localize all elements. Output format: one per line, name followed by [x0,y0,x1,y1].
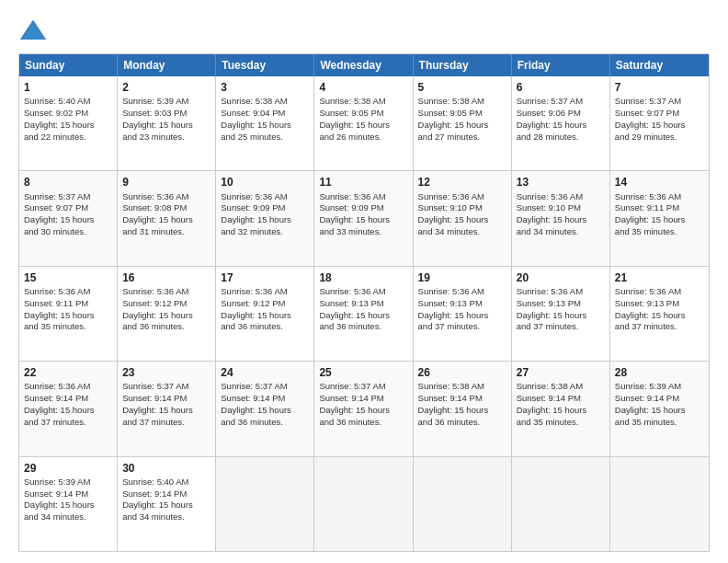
day-info-line: Sunset: 9:14 PM [517,393,605,405]
day-info-line: and 36 minutes. [319,321,407,333]
day-info-line: Sunrise: 5:36 AM [418,286,506,298]
day-number: 27 [517,365,605,380]
day-info-line: Daylight: 15 hours [418,310,506,322]
day-cell-11: 11Sunrise: 5:36 AMSunset: 9:09 PMDayligh… [314,171,413,265]
day-info-line: and 37 minutes. [517,321,605,333]
day-info-line: and 34 minutes. [517,226,605,238]
empty-cell [610,457,709,551]
empty-cell [216,457,314,551]
day-number: 8 [24,175,112,190]
calendar-week-2: 8Sunrise: 5:37 AMSunset: 9:07 PMDaylight… [19,171,709,266]
day-number: 10 [221,175,309,190]
day-info-line: Sunset: 9:14 PM [24,488,112,500]
day-info-line: Sunrise: 5:39 AM [24,477,112,488]
day-info-line: and 28 minutes. [517,132,605,144]
day-info-line: Sunrise: 5:40 AM [122,477,210,488]
day-info-line: and 35 minutes. [615,417,704,429]
day-info-line: Sunrise: 5:38 AM [221,96,309,108]
day-info-line: Daylight: 15 hours [517,120,605,132]
day-cell-10: 10Sunrise: 5:36 AMSunset: 9:09 PMDayligh… [216,171,314,265]
day-info-line: Daylight: 15 hours [615,405,704,417]
day-info-line: Daylight: 15 hours [122,120,210,132]
day-info-line: Daylight: 15 hours [122,405,210,417]
day-info-line: Sunrise: 5:37 AM [24,191,112,203]
day-cell-13: 13Sunrise: 5:36 AMSunset: 9:10 PMDayligh… [512,171,610,265]
day-info-line: Daylight: 15 hours [319,405,407,417]
header-day-thursday: Thursday [414,54,512,76]
day-cell-16: 16Sunrise: 5:36 AMSunset: 9:12 PMDayligh… [118,267,216,361]
header-day-saturday: Saturday [610,54,709,76]
day-info-line: Daylight: 15 hours [24,310,112,322]
day-info-line: Sunrise: 5:36 AM [319,191,407,203]
day-info-line: Sunset: 9:14 PM [122,393,210,405]
day-info-line: and 36 minutes. [418,417,506,429]
day-info-line: and 34 minutes. [122,511,210,523]
day-cell-26: 26Sunrise: 5:38 AMSunset: 9:14 PMDayligh… [414,362,512,455]
day-info-line: Sunset: 9:14 PM [122,488,210,500]
day-info-line: Sunset: 9:06 PM [517,108,605,120]
empty-cell [314,457,413,551]
day-number: 26 [418,365,506,380]
day-cell-17: 17Sunrise: 5:36 AMSunset: 9:12 PMDayligh… [216,267,314,361]
day-info-line: and 35 minutes. [615,226,704,238]
day-cell-23: 23Sunrise: 5:37 AMSunset: 9:14 PMDayligh… [118,362,216,455]
day-info-line: and 37 minutes. [24,417,112,429]
day-cell-12: 12Sunrise: 5:36 AMSunset: 9:10 PMDayligh… [414,171,512,265]
day-number: 4 [319,80,407,95]
header-day-wednesday: Wednesday [314,54,413,76]
day-info-line: Sunrise: 5:36 AM [24,286,112,298]
day-cell-2: 2Sunrise: 5:39 AMSunset: 9:03 PMDaylight… [118,76,216,170]
day-info-line: Sunrise: 5:36 AM [221,286,309,298]
day-number: 20 [517,270,605,285]
day-info-line: Daylight: 15 hours [319,310,407,322]
day-number: 17 [221,270,309,285]
day-info-line: Sunset: 9:13 PM [418,298,506,310]
day-info-line: Daylight: 15 hours [418,120,506,132]
day-info-line: Sunset: 9:07 PM [24,202,112,214]
day-info-line: Sunset: 9:05 PM [319,108,407,120]
header-day-friday: Friday [512,54,610,76]
empty-cell [414,457,512,551]
day-info-line: and 31 minutes. [122,226,210,238]
day-info-line: Sunset: 9:14 PM [615,393,704,405]
logo-icon [18,17,48,46]
day-info-line: Sunset: 9:03 PM [122,108,210,120]
day-info-line: Sunrise: 5:36 AM [122,191,210,203]
day-info-line: Daylight: 15 hours [221,214,309,226]
day-info-line: Daylight: 15 hours [517,405,605,417]
day-info-line: Sunrise: 5:36 AM [24,381,112,393]
day-number: 30 [122,461,210,476]
day-info-line: and 34 minutes. [418,226,506,238]
day-cell-20: 20Sunrise: 5:36 AMSunset: 9:13 PMDayligh… [512,267,610,361]
day-cell-21: 21Sunrise: 5:36 AMSunset: 9:13 PMDayligh… [610,267,709,361]
day-info-line: and 32 minutes. [221,226,309,238]
day-number: 18 [319,270,407,285]
day-info-line: Sunset: 9:13 PM [319,298,407,310]
day-info-line: Sunset: 9:09 PM [221,202,309,214]
day-info-line: Daylight: 15 hours [418,405,506,417]
day-info-line: Sunset: 9:10 PM [517,202,605,214]
day-info-line: Sunrise: 5:37 AM [615,96,704,108]
calendar-header: SundayMondayTuesdayWednesdayThursdayFrid… [19,54,709,76]
day-number: 11 [319,175,407,190]
day-info-line: and 36 minutes. [221,417,309,429]
day-info-line: and 25 minutes. [221,132,309,144]
day-number: 1 [24,80,112,95]
header-day-tuesday: Tuesday [216,54,314,76]
day-info-line: Sunrise: 5:36 AM [615,191,704,203]
day-info-line: Daylight: 15 hours [221,405,309,417]
day-cell-9: 9Sunrise: 5:36 AMSunset: 9:08 PMDaylight… [118,171,216,265]
day-info-line: Sunset: 9:11 PM [24,298,112,310]
day-info-line: Sunset: 9:04 PM [221,108,309,120]
day-info-line: Sunrise: 5:38 AM [517,381,605,393]
day-info-line: Sunset: 9:02 PM [24,108,112,120]
day-info-line: Sunset: 9:07 PM [615,108,704,120]
day-info-line: Sunset: 9:12 PM [221,298,309,310]
day-info-line: and 37 minutes. [418,321,506,333]
empty-cell [512,457,610,551]
day-number: 3 [221,80,309,95]
day-info-line: and 37 minutes. [122,417,210,429]
day-number: 13 [517,175,605,190]
day-info-line: Daylight: 15 hours [615,120,704,132]
day-info-line: Sunrise: 5:37 AM [319,381,407,393]
